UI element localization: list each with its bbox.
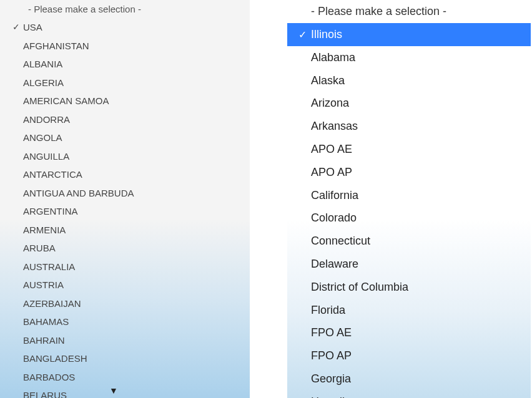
country-option-list: ✓USAAFGHANISTANALBANIAALGERIAAMERICAN SA… <box>0 18 250 398</box>
state-option-label: APO AE <box>311 140 352 158</box>
country-option-label: ARMENIA <box>23 222 66 238</box>
country-option-label: BELARUS <box>23 387 67 398</box>
state-option-list: ✓IllinoisAlabamaAlaskaArizonaArkansasAPO… <box>287 23 531 398</box>
state-option[interactable]: FPO AP <box>287 344 531 367</box>
country-option-label: AFGHANISTAN <box>23 38 89 54</box>
state-dropdown[interactable]: - Please make a selection - ✓IllinoisAla… <box>287 0 531 398</box>
country-option[interactable]: ANTARCTICA <box>0 165 250 184</box>
country-option[interactable]: ANGOLA <box>0 129 250 147</box>
country-option-label: USA <box>23 19 42 36</box>
country-option-label: BARBADOS <box>23 369 75 386</box>
state-option-label: Delaware <box>311 255 358 273</box>
state-option-label: FPO AE <box>311 324 352 342</box>
state-option[interactable]: APO AP <box>287 161 531 184</box>
country-option-label: ANGOLA <box>23 130 62 146</box>
state-option-label: Alaska <box>311 72 345 90</box>
state-option[interactable]: APO AE <box>287 138 531 161</box>
state-option[interactable]: ✓Illinois <box>287 23 531 46</box>
state-option-label: FPO AP <box>311 347 352 365</box>
country-option[interactable]: BANGLADESH <box>0 349 250 368</box>
country-option[interactable]: ALGERIA <box>0 74 250 92</box>
state-option[interactable]: Alabama <box>287 46 531 69</box>
country-option[interactable]: AUSTRALIA <box>0 258 250 276</box>
country-option-label: AUSTRIA <box>23 277 64 293</box>
scroll-down-icon[interactable]: ▼ <box>109 386 118 396</box>
state-option-label: Georgia <box>311 370 351 388</box>
country-option[interactable]: ANTIGUA AND BARBUDA <box>0 184 250 203</box>
country-option[interactable]: ARMENIA <box>0 221 250 240</box>
state-dropdown-placeholder[interactable]: - Please make a selection - <box>287 0 531 23</box>
state-option-label: Arkansas <box>311 117 358 135</box>
state-option[interactable]: Connecticut <box>287 230 531 253</box>
country-dropdown[interactable]: - Please make a selection - ✓USAAFGHANIS… <box>0 0 250 398</box>
state-option[interactable]: Arizona <box>287 92 531 115</box>
state-option-label: Florida <box>311 301 345 319</box>
state-option-label: Hawaii <box>311 393 345 398</box>
state-option[interactable]: Arkansas <box>287 115 531 138</box>
state-option[interactable]: FPO AE <box>287 321 531 344</box>
check-icon: ✓ <box>9 20 23 35</box>
country-option-label: ARGENTINA <box>23 203 78 220</box>
country-option[interactable]: ARUBA <box>0 239 250 258</box>
country-option[interactable]: ALBANIA <box>0 55 250 74</box>
country-option-label: AMERICAN SAMOA <box>23 93 109 109</box>
country-option-label: AZERBAIJAN <box>23 296 81 312</box>
country-option[interactable]: ANGUILLA <box>0 147 250 166</box>
country-option[interactable]: BAHAMAS <box>0 313 250 331</box>
country-option[interactable]: AUSTRIA <box>0 276 250 294</box>
country-option-label: BANGLADESH <box>23 351 87 367</box>
state-option[interactable]: Delaware <box>287 253 531 276</box>
country-option[interactable]: BARBADOS <box>0 368 250 387</box>
country-option[interactable]: BAHRAIN <box>0 331 250 350</box>
country-option-label: ARUBA <box>23 240 56 256</box>
country-option-label: ANGUILLA <box>23 148 69 165</box>
country-option[interactable]: ✓USA <box>0 18 250 37</box>
state-option-label: Arizona <box>311 94 349 112</box>
state-option-label: APO AP <box>311 163 352 182</box>
country-option-label: ALBANIA <box>23 56 62 72</box>
state-option[interactable]: District of Columbia <box>287 276 531 299</box>
state-option-label: Illinois <box>311 26 342 44</box>
country-option[interactable]: ARGENTINA <box>0 202 250 221</box>
state-option-label: Alabama <box>311 49 355 67</box>
country-option-label: ANTARCTICA <box>23 167 82 183</box>
country-option[interactable]: AFGHANISTAN <box>0 37 250 56</box>
check-icon: ✓ <box>293 27 311 43</box>
country-option-label: BAHRAIN <box>23 332 65 349</box>
country-option[interactable]: AZERBAIJAN <box>0 294 250 313</box>
country-option-label: ALGERIA <box>23 75 64 91</box>
country-dropdown-placeholder[interactable]: - Please make a selection - <box>0 0 250 18</box>
state-option[interactable]: Colorado <box>287 206 531 230</box>
state-option[interactable]: California <box>287 184 531 207</box>
country-option[interactable]: BELARUS <box>0 386 250 398</box>
country-option[interactable]: ANDORRA <box>0 110 250 129</box>
country-option-label: ANDORRA <box>23 112 70 128</box>
state-option-label: District of Columbia <box>311 278 408 296</box>
state-option[interactable]: Florida <box>287 299 531 322</box>
country-option-label: ANTIGUA AND BARBUDA <box>23 185 134 201</box>
country-option-label: BAHAMAS <box>23 314 69 330</box>
state-option-label: Connecticut <box>311 232 370 250</box>
state-option[interactable]: Hawaii <box>287 391 531 398</box>
state-option-label: Colorado <box>311 209 357 227</box>
country-option-label: AUSTRALIA <box>23 259 75 275</box>
state-option-label: California <box>311 187 358 205</box>
state-option[interactable]: Alaska <box>287 69 531 92</box>
country-option[interactable]: AMERICAN SAMOA <box>0 92 250 110</box>
state-option[interactable]: Georgia <box>287 367 531 391</box>
